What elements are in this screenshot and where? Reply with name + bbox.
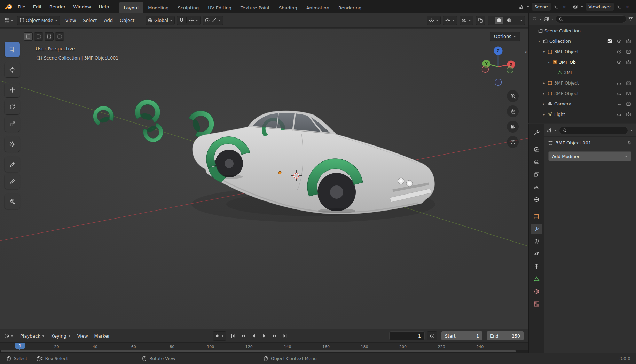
- viewlayer-selector[interactable]: ViewLayer: [586, 2, 614, 11]
- shading-material-button[interactable]: [505, 17, 513, 24]
- eye-open-icon[interactable]: [614, 39, 624, 44]
- gizmo-x-neg-ball[interactable]: [482, 66, 489, 73]
- remove-viewlayer-icon[interactable]: ×: [625, 4, 630, 9]
- chevron-down-icon[interactable]: [520, 19, 523, 22]
- chevron-down-icon[interactable]: [551, 18, 554, 21]
- viewlayer-browse-icon[interactable]: [573, 4, 578, 9]
- display-mode-icon[interactable]: [544, 17, 549, 22]
- snap-magnet-icon[interactable]: [179, 18, 184, 23]
- transform-orientation-dropdown[interactable]: Global: [146, 16, 175, 25]
- tool-move-button[interactable]: [5, 82, 20, 97]
- options-button[interactable]: Options: [490, 32, 520, 41]
- properties-tab-view-layer[interactable]: [531, 169, 542, 180]
- timeline-menu-marker[interactable]: Marker: [91, 332, 113, 340]
- chevron-down-icon[interactable]: [221, 334, 224, 338]
- outliner-editor-icon[interactable]: [532, 17, 537, 22]
- timeline-menu-playback[interactable]: Playback: [17, 332, 48, 340]
- expander-icon[interactable]: ▾: [542, 50, 546, 54]
- gizmo-z-neg-ball[interactable]: [495, 79, 502, 86]
- viewport-menu-view[interactable]: View: [62, 16, 80, 25]
- tool-add-cube-button[interactable]: [5, 194, 20, 209]
- pan-button[interactable]: [507, 105, 519, 117]
- viewport-menu-select[interactable]: Select: [80, 16, 101, 25]
- blender-logo-icon[interactable]: [3, 3, 13, 10]
- zoom-button[interactable]: [507, 90, 519, 102]
- menu-window[interactable]: Window: [69, 2, 95, 11]
- tool-select-box-button[interactable]: [5, 42, 20, 57]
- tool-annotate-button[interactable]: [5, 157, 20, 172]
- eye-open-icon[interactable]: [614, 49, 624, 54]
- overlays-dropdown[interactable]: [460, 16, 473, 25]
- record-icon[interactable]: [215, 333, 220, 338]
- select-mode-set-button[interactable]: [24, 32, 33, 41]
- expander-icon[interactable]: ▾: [547, 60, 551, 64]
- new-viewlayer-icon[interactable]: [616, 4, 622, 9]
- camera-icon[interactable]: [624, 80, 633, 86]
- current-frame-field[interactable]: 1: [389, 331, 425, 340]
- properties-search-input[interactable]: [559, 127, 628, 134]
- eye-open-icon[interactable]: [614, 60, 624, 65]
- outliner-row[interactable]: ▸3MF Object: [529, 78, 636, 88]
- falloff-curve-icon[interactable]: [211, 18, 217, 23]
- outliner-row[interactable]: ▸Camera: [529, 98, 636, 109]
- tool-transform-button[interactable]: [5, 136, 20, 152]
- camera-icon[interactable]: [624, 49, 633, 54]
- select-mode-extend-button[interactable]: [34, 32, 43, 41]
- outliner-row[interactable]: ▾Collection: [529, 36, 636, 46]
- viewport-menu-add[interactable]: Add: [101, 16, 116, 25]
- expander-icon[interactable]: ▸: [542, 112, 546, 116]
- use-preview-range-button[interactable]: [427, 331, 437, 340]
- eye-closed-icon[interactable]: [614, 80, 624, 86]
- viewlayer-caret-icon[interactable]: [580, 5, 583, 8]
- prev-keyframe-button[interactable]: [239, 332, 248, 340]
- properties-tab-scene[interactable]: [531, 182, 542, 192]
- shading-wireframe-button[interactable]: [490, 19, 493, 21]
- outliner-row[interactable]: ▸Light: [529, 109, 636, 119]
- properties-tab-physics[interactable]: [531, 249, 542, 259]
- navigation-gizmo[interactable]: Z X Y: [477, 45, 519, 87]
- scene-browse-icon[interactable]: [518, 4, 524, 10]
- select-mode-subtract-button[interactable]: [45, 32, 54, 41]
- properties-tab-object[interactable]: [531, 211, 542, 221]
- scene-selector[interactable]: Scene: [532, 2, 551, 11]
- select-mode-invert-button[interactable]: [55, 32, 64, 41]
- properties-tab-particles[interactable]: [531, 236, 542, 246]
- expander-icon[interactable]: ▾: [537, 39, 541, 43]
- eye-closed-icon[interactable]: [614, 101, 624, 106]
- workspace-tab-shading[interactable]: Shading: [274, 2, 302, 13]
- workspace-tab-uv-editing[interactable]: UV Editing: [203, 2, 236, 13]
- editor-type-button[interactable]: [3, 17, 15, 24]
- shading-solid-button[interactable]: [495, 17, 503, 24]
- timeline-menu-view[interactable]: View: [74, 332, 91, 340]
- camera-icon[interactable]: [624, 60, 633, 65]
- menu-file[interactable]: File: [14, 2, 29, 11]
- eye-closed-icon[interactable]: [614, 91, 624, 96]
- play-button[interactable]: [260, 332, 269, 340]
- properties-tab-material[interactable]: [531, 286, 542, 296]
- play-reverse-button[interactable]: [249, 332, 258, 340]
- jump-end-button[interactable]: [281, 332, 290, 340]
- chevron-down-icon[interactable]: [554, 129, 557, 132]
- unlink-scene-icon[interactable]: ×: [562, 4, 567, 9]
- gizmo-y-neg-ball[interactable]: [507, 67, 513, 73]
- expander-icon[interactable]: ▸: [542, 102, 546, 106]
- gizmos-dropdown[interactable]: [443, 16, 457, 25]
- tool-measure-button[interactable]: [5, 174, 20, 189]
- menu-render[interactable]: Render: [46, 2, 69, 11]
- ortho-toggle-button[interactable]: [507, 136, 519, 148]
- tool-rotate-button[interactable]: [5, 99, 20, 114]
- timeline-ruler[interactable]: 20406080100120140160180200220240 1: [0, 342, 528, 353]
- outliner-row[interactable]: Scene Collection: [529, 25, 636, 36]
- chevron-down-icon[interactable]: [195, 19, 198, 22]
- outliner-row[interactable]: 3MI: [529, 67, 636, 78]
- checkbox-icon[interactable]: [605, 39, 614, 44]
- properties-tab-tool[interactable]: [531, 128, 542, 138]
- workspace-tab-modeling[interactable]: Modeling: [143, 2, 173, 13]
- timeline-menu-keying[interactable]: Keying: [48, 332, 74, 340]
- properties-tab-render[interactable]: [531, 144, 542, 155]
- camera-icon[interactable]: [624, 101, 633, 106]
- camera-icon[interactable]: [624, 39, 633, 44]
- properties-tab-constraints[interactable]: [531, 261, 542, 271]
- filter-icon[interactable]: [628, 17, 633, 22]
- expander-icon[interactable]: ▸: [542, 81, 546, 85]
